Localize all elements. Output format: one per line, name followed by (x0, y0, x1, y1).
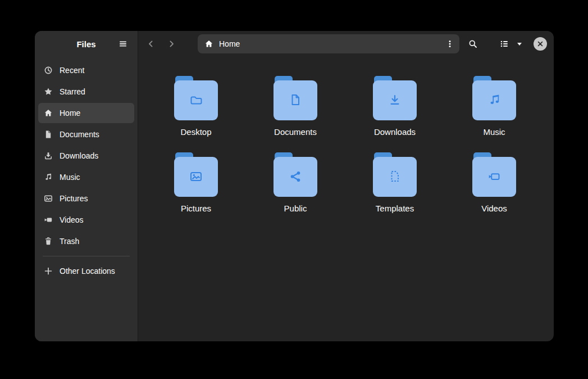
folder-label: Pictures (181, 204, 211, 213)
path-menu-button[interactable] (443, 37, 457, 51)
video-camera-icon (44, 215, 53, 224)
folder-item-templates[interactable]: Templates (364, 152, 426, 213)
sidebar-item-label: Documents (60, 130, 99, 139)
folder-item-documents[interactable]: Documents (265, 76, 326, 137)
folder-item-desktop[interactable]: Desktop (165, 76, 227, 137)
sidebar-item-music[interactable]: Music (38, 167, 134, 187)
folder-item-music[interactable]: Music (463, 76, 525, 137)
sidebar-item-recent[interactable]: Recent (38, 60, 134, 80)
folder-label: Public (284, 204, 307, 213)
folder-item-videos[interactable]: Videos (463, 152, 525, 213)
files-window: Files Recent Starred (35, 31, 554, 341)
hamburger-menu-button[interactable] (114, 35, 132, 53)
sidebar-item-label: Videos (60, 215, 84, 224)
sidebar-item-starred[interactable]: Starred (38, 82, 134, 102)
chevron-right-icon (167, 39, 176, 48)
plus-icon (44, 267, 53, 276)
picture-icon (44, 194, 53, 203)
search-icon (468, 39, 477, 48)
sidebar-list: Recent Starred Home Documents (35, 57, 138, 286)
sidebar-item-label: Other Locations (60, 267, 115, 276)
current-location-label: Home (219, 39, 443, 48)
content-pane: Home (138, 31, 554, 341)
recent-clock-icon (44, 66, 53, 75)
folder-videos-icon (472, 152, 516, 197)
folder-item-pictures[interactable]: Pictures (165, 152, 227, 213)
sidebar-item-trash[interactable]: Trash (38, 231, 134, 251)
close-icon (536, 39, 545, 48)
sidebar-item-other-locations[interactable]: Other Locations (38, 261, 134, 281)
view-dropdown-button[interactable] (513, 35, 526, 52)
search-button[interactable] (464, 35, 482, 52)
chevron-left-icon (147, 39, 156, 48)
folder-label: Documents (274, 127, 317, 137)
folder-label: Videos (481, 204, 507, 213)
sidebar-header: Files (35, 31, 138, 57)
hamburger-icon (118, 39, 127, 48)
folder-documents-icon (274, 76, 317, 120)
home-icon (44, 109, 53, 118)
sidebar: Files Recent Starred (35, 31, 138, 341)
headerbar: Home (138, 31, 554, 57)
path-bar[interactable]: Home (198, 34, 459, 53)
folder-item-downloads[interactable]: Downloads (364, 76, 426, 137)
folder-templates-icon (373, 152, 417, 197)
folder-music-icon (472, 76, 516, 120)
view-toggle-button[interactable] (495, 35, 513, 52)
folder-label: Templates (376, 204, 414, 213)
document-icon (44, 130, 53, 139)
back-button[interactable] (143, 35, 159, 52)
music-note-icon (44, 173, 53, 182)
kebab-menu-icon (445, 39, 454, 48)
sidebar-item-label: Downloads (60, 151, 98, 160)
folder-label: Music (483, 127, 505, 137)
list-view-icon (500, 39, 509, 48)
view-options-group (495, 35, 526, 52)
chevron-down-icon (515, 39, 524, 48)
sidebar-item-label: Starred (60, 87, 85, 96)
app-title: Files (76, 39, 95, 49)
folder-public-icon (274, 152, 317, 197)
folder-pictures-icon (174, 152, 218, 197)
folder-desktop-icon (174, 76, 218, 120)
sidebar-item-videos[interactable]: Videos (38, 210, 134, 230)
sidebar-item-label: Music (60, 173, 80, 182)
sidebar-item-downloads[interactable]: Downloads (38, 146, 134, 166)
folder-downloads-icon (373, 76, 417, 120)
sidebar-item-label: Home (60, 109, 80, 118)
folder-label: Downloads (374, 127, 416, 137)
window-close-button[interactable] (534, 37, 547, 51)
sidebar-item-label: Recent (60, 66, 84, 75)
trash-icon (44, 237, 53, 246)
home-icon (204, 39, 213, 48)
sidebar-item-label: Pictures (60, 194, 88, 203)
sidebar-divider (43, 256, 130, 256)
sidebar-item-label: Trash (60, 237, 79, 246)
folder-grid: Desktop Documents (138, 57, 554, 213)
sidebar-item-pictures[interactable]: Pictures (38, 188, 134, 209)
sidebar-item-documents[interactable]: Documents (38, 124, 134, 145)
download-icon (44, 151, 53, 160)
sidebar-item-home[interactable]: Home (38, 103, 134, 123)
forward-button[interactable] (163, 35, 180, 52)
folder-item-public[interactable]: Public (265, 152, 326, 213)
folder-label: Desktop (180, 127, 211, 137)
star-icon (44, 87, 53, 96)
